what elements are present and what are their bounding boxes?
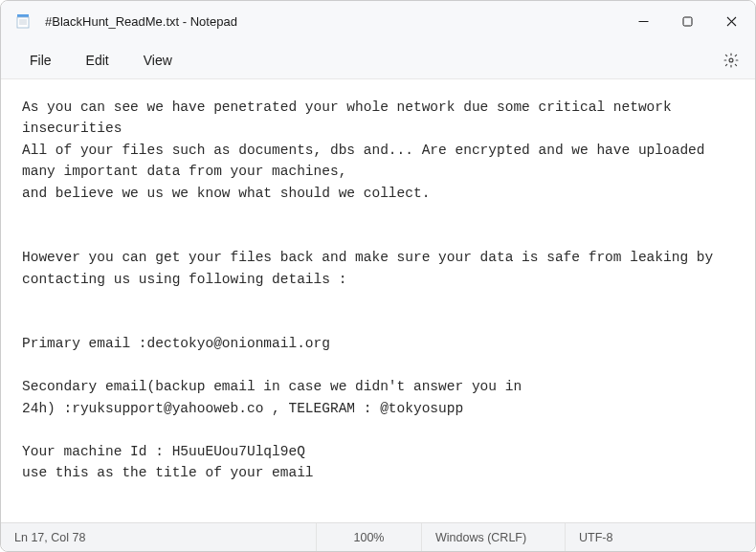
notepad-icon xyxy=(14,12,32,30)
minimize-button[interactable] xyxy=(621,1,665,41)
menu-bar: File Edit View xyxy=(1,41,755,79)
notepad-window: #BlackHunt_ReadMe.txt - Notepad File Edi… xyxy=(0,0,756,552)
status-line-ending: Windows (CRLF) xyxy=(422,523,566,551)
svg-rect-1 xyxy=(17,17,29,28)
menu-edit[interactable]: Edit xyxy=(69,47,126,74)
window-title: #BlackHunt_ReadMe.txt - Notepad xyxy=(45,14,237,29)
svg-point-9 xyxy=(729,58,733,62)
settings-button[interactable] xyxy=(715,44,747,77)
svg-rect-6 xyxy=(683,17,692,26)
document-text: As you can see we have penetrated your w… xyxy=(22,99,722,522)
status-zoom[interactable]: 100% xyxy=(317,523,422,551)
maximize-button[interactable] xyxy=(665,1,709,41)
window-controls xyxy=(621,1,753,41)
status-bar: Ln 17, Col 78 100% Windows (CRLF) UTF-8 xyxy=(1,522,755,551)
menu-view[interactable]: View xyxy=(126,47,189,74)
close-button[interactable] xyxy=(709,1,753,41)
menu-file[interactable]: File xyxy=(12,47,69,74)
status-encoding: UTF-8 xyxy=(566,523,755,551)
text-editor-area[interactable]: As you can see we have penetrated your w… xyxy=(1,79,755,522)
status-position: Ln 17, Col 78 xyxy=(1,523,317,551)
title-bar: #BlackHunt_ReadMe.txt - Notepad xyxy=(1,1,755,41)
svg-rect-0 xyxy=(17,14,29,17)
